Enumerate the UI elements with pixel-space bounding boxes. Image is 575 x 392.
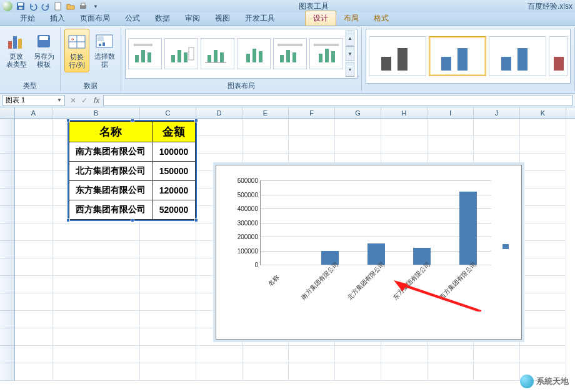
- column-header[interactable]: G: [335, 107, 381, 118]
- row-header[interactable]: [0, 206, 14, 223]
- tab-format[interactable]: 格式: [366, 11, 396, 26]
- ribbon-group-chart-layouts: ▲ ▼ ▾ 图表布局: [121, 27, 362, 92]
- open-icon[interactable]: [66, 2, 75, 11]
- row-header[interactable]: [0, 241, 14, 258]
- row-header[interactable]: [0, 154, 14, 171]
- formula-enter-icon[interactable]: ✓: [81, 96, 88, 105]
- tab-home[interactable]: 开始: [12, 11, 42, 26]
- worksheet-grid[interactable]: ABCDEFGHIJK 名称 金额 南方集团有限公司100000 北方集团有限公…: [0, 107, 575, 392]
- chart-y-tick: 0: [254, 262, 258, 268]
- chart-plot-area[interactable]: 0100000200000300000400000500000600000名称南…: [260, 180, 491, 265]
- name-box[interactable]: 图表 1 ▼: [2, 95, 65, 106]
- table-row: 西方集团有限公司520000: [69, 200, 196, 220]
- tab-layout[interactable]: 布局: [336, 11, 366, 26]
- chart-bar[interactable]: [459, 192, 477, 265]
- selection-handle[interactable]: [131, 119, 134, 122]
- row-header[interactable]: [0, 346, 14, 363]
- selected-data-range[interactable]: 名称 金额 南方集团有限公司100000 北方集团有限公司150000 东方集团…: [68, 120, 197, 221]
- row-header[interactable]: [0, 311, 14, 328]
- layout-option-1[interactable]: [128, 38, 162, 69]
- qat-dropdown-icon[interactable]: ▼: [91, 2, 100, 11]
- layout-option-5[interactable]: [273, 38, 307, 69]
- tab-view[interactable]: 视图: [208, 11, 238, 26]
- chart-x-label: 南方集团有限公司: [299, 260, 340, 301]
- ribbon-group-data-label: 数据: [84, 80, 98, 91]
- selection-handle[interactable]: [194, 218, 198, 222]
- style-option-2[interactable]: [429, 36, 486, 76]
- svg-rect-27: [214, 50, 218, 62]
- row-header[interactable]: [0, 171, 14, 189]
- print-icon[interactable]: [79, 2, 88, 11]
- svg-rect-6: [8, 41, 12, 49]
- row-header[interactable]: [0, 276, 14, 293]
- formula-input[interactable]: [103, 95, 572, 106]
- svg-rect-34: [286, 50, 290, 62]
- style-option-3[interactable]: [489, 36, 546, 76]
- layout-gallery-more[interactable]: ▾: [346, 62, 354, 77]
- office-button[interactable]: [2, 1, 12, 11]
- layout-option-6[interactable]: [309, 38, 343, 69]
- svg-rect-23: [178, 50, 181, 62]
- watermark-globe-icon: [520, 375, 534, 388]
- tab-design[interactable]: 设计: [305, 11, 336, 26]
- change-chart-type-button[interactable]: 更改 表类型: [4, 29, 29, 71]
- switch-row-column-button[interactable]: 切换行/列: [64, 29, 89, 72]
- style-option-4[interactable]: [549, 36, 568, 76]
- row-header[interactable]: [0, 119, 14, 136]
- selection-handle[interactable]: [66, 119, 70, 122]
- column-header[interactable]: D: [196, 107, 242, 118]
- layout-option-4[interactable]: [237, 38, 271, 69]
- column-header[interactable]: B: [52, 107, 140, 118]
- tab-data[interactable]: 数据: [148, 11, 178, 26]
- layout-gallery-down[interactable]: ▼: [346, 46, 354, 61]
- layout-option-3[interactable]: [201, 38, 234, 69]
- column-header[interactable]: C: [140, 107, 196, 118]
- row-header[interactable]: [0, 363, 14, 381]
- select-all-corner[interactable]: [0, 107, 15, 118]
- chart-x-label: 名称: [266, 273, 281, 288]
- svg-rect-41: [381, 57, 391, 71]
- column-header[interactable]: H: [381, 107, 428, 118]
- save-icon[interactable]: [16, 2, 25, 11]
- tab-insert[interactable]: 插入: [42, 11, 72, 26]
- layout-option-2[interactable]: [164, 38, 198, 69]
- tab-review[interactable]: 审阅: [178, 11, 208, 26]
- undo-icon[interactable]: [29, 2, 38, 11]
- chart-y-tick: 200000: [238, 233, 258, 240]
- row-header[interactable]: [0, 293, 14, 311]
- formula-cancel-icon[interactable]: ✕: [70, 96, 76, 105]
- select-data-button[interactable]: 选择数据: [92, 29, 117, 71]
- svg-rect-7: [13, 36, 17, 49]
- row-header[interactable]: [0, 189, 14, 206]
- tab-developer[interactable]: 开发工具: [238, 11, 282, 26]
- column-header[interactable]: I: [428, 107, 474, 118]
- row-header[interactable]: [0, 258, 14, 276]
- svg-rect-16: [99, 44, 101, 46]
- chart-y-tick: 400000: [238, 205, 258, 212]
- tab-formulas[interactable]: 公式: [118, 11, 148, 26]
- fx-icon[interactable]: fx: [94, 96, 99, 105]
- redo-icon[interactable]: [41, 2, 50, 11]
- new-icon[interactable]: [54, 2, 62, 11]
- tab-pagelayout[interactable]: 页面布局: [72, 11, 118, 26]
- save-as-template-button[interactable]: 另存为 模板: [31, 29, 56, 71]
- row-header[interactable]: [0, 136, 14, 154]
- selection-handle[interactable]: [131, 218, 134, 222]
- row-header[interactable]: [0, 223, 14, 241]
- selection-handle[interactable]: [194, 119, 198, 122]
- embedded-chart[interactable]: 0100000200000300000400000500000600000名称南…: [216, 165, 522, 340]
- name-box-dropdown-icon[interactable]: ▼: [57, 97, 62, 103]
- style-option-1[interactable]: [369, 36, 426, 76]
- ribbon-group-type-label: 类型: [23, 80, 37, 91]
- column-header[interactable]: A: [15, 107, 52, 118]
- row-header[interactable]: [0, 328, 14, 346]
- svg-rect-2: [19, 7, 22, 9]
- column-header[interactable]: K: [520, 107, 566, 118]
- svg-rect-37: [319, 54, 322, 62]
- svg-rect-18: [135, 55, 139, 62]
- layout-gallery-up[interactable]: ▲: [346, 31, 354, 46]
- column-header[interactable]: F: [289, 107, 335, 118]
- column-header[interactable]: J: [474, 107, 520, 118]
- selection-handle[interactable]: [66, 218, 70, 222]
- column-header[interactable]: E: [242, 107, 289, 118]
